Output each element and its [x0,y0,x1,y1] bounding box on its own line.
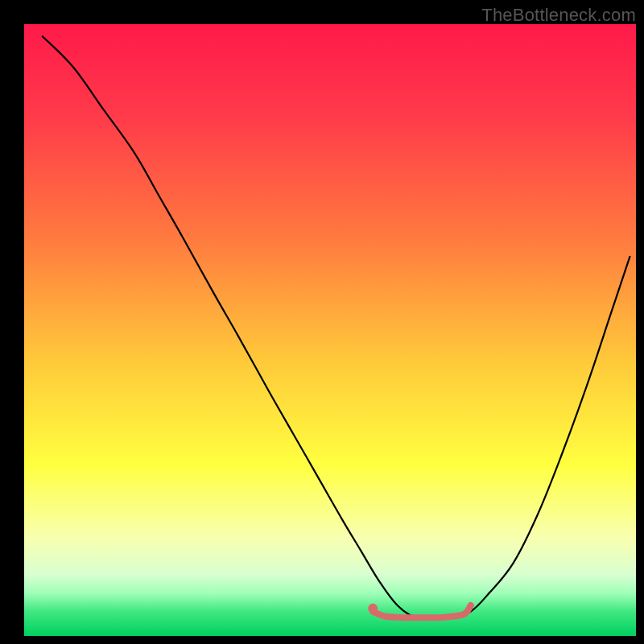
gradient-background [24,24,636,636]
watermark-text: TheBottleneck.com [481,5,636,26]
bottleneck-chart [24,24,636,636]
optimal-marker [368,604,378,613]
chart-container [24,24,636,636]
